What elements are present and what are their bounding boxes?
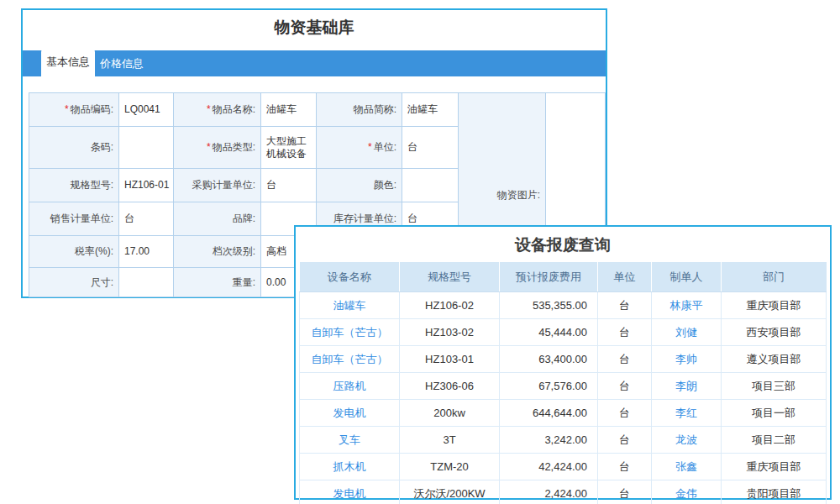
- creator-link[interactable]: 张鑫: [652, 454, 722, 480]
- col-header-unit: 单位: [598, 262, 652, 292]
- unit: 台: [598, 454, 652, 480]
- device-name-link[interactable]: 叉车: [300, 427, 400, 454]
- scrap-cost: 67,576.00: [500, 373, 598, 400]
- form-label-text: 品牌:: [233, 213, 255, 225]
- device-name-link[interactable]: 抓木机: [300, 454, 400, 480]
- department: 遵义项目部: [722, 346, 827, 373]
- form-value-sales-unit: 台: [119, 202, 174, 236]
- scrap-cost: 644,644.00: [500, 400, 598, 427]
- scrap-cost: 42,424.00: [500, 454, 598, 480]
- department: 西安项目部: [722, 319, 827, 346]
- spec-model: HZ106-02: [400, 292, 500, 319]
- required-marker: *: [368, 141, 372, 154]
- department: 贵阳项目部: [722, 480, 827, 504]
- scrap-query-title: 设备报废查询: [296, 234, 830, 256]
- unit: 台: [598, 400, 652, 427]
- form-value-spec-model: HZ106-01: [119, 169, 174, 202]
- form-value-tax-rate: 17.00: [119, 236, 174, 268]
- form-label-text: 重量:: [233, 276, 255, 289]
- form-label-grade-level: 档次级别:: [174, 236, 261, 268]
- department: 项目三部: [722, 373, 827, 400]
- form-label-text: 库存计量单位:: [333, 213, 396, 225]
- tab-price-info[interactable]: 价格信息: [95, 50, 149, 76]
- scrap-table: 设备名称 规格型号 预计报废费用 单位 制单人 部门 油罐车HZ106-0253…: [299, 262, 827, 504]
- department: 重庆项目部: [722, 292, 827, 319]
- spec-model: 3T: [400, 427, 500, 454]
- table-row: 压路机HZ306-0667,576.00台李朗项目三部: [300, 373, 827, 400]
- table-row: 自卸车（芒古）HZ103-0245,444.00台刘健西安项目部: [300, 319, 827, 346]
- form-value-item-short-name: 油罐车: [402, 93, 459, 127]
- form-value-unit: 台: [402, 127, 459, 169]
- form-label-text: 规格型号:: [71, 179, 113, 192]
- table-row: 发电机200kw644,644.00台李红项目一部: [300, 400, 827, 427]
- department: 项目二部: [722, 427, 827, 454]
- form-label-text: 物品编码:: [71, 103, 113, 116]
- form-label-text: 单位:: [374, 141, 396, 154]
- form-label-text: 条码:: [91, 141, 113, 154]
- unit: 台: [598, 346, 652, 373]
- form-value-item-name: 油罐车: [261, 93, 317, 127]
- device-name-link[interactable]: 自卸车（芒古）: [300, 346, 400, 373]
- form-label-purchase-unit: 采购计量单位:: [174, 169, 261, 202]
- col-header-scrap-cost: 预计报废费用: [500, 262, 598, 292]
- device-name-link[interactable]: 发电机: [300, 480, 400, 504]
- unit: 台: [598, 427, 652, 454]
- creator-link[interactable]: 林康平: [652, 292, 722, 319]
- scrap-cost: 2,424.00: [500, 480, 598, 504]
- device-name-link[interactable]: 油罐车: [300, 292, 400, 319]
- form-label-sales-unit: 销售计量单位:: [29, 202, 119, 236]
- tab-basic-info[interactable]: 基本信息: [41, 48, 95, 76]
- form-label-color: 颜色:: [317, 169, 402, 202]
- table-row: 发电机沃尔沃/200KW2,424.00台金伟贵阳项目部: [300, 480, 827, 504]
- creator-link[interactable]: 刘健: [652, 319, 722, 346]
- form-value-purchase-unit: 台: [261, 169, 317, 202]
- form-value-item-code: LQ0041: [119, 93, 174, 127]
- creator-link[interactable]: 金伟: [652, 480, 722, 504]
- form-value-barcode: [119, 127, 174, 169]
- col-header-creator: 制单人: [652, 262, 722, 292]
- table-row: 叉车3T3,242.00台龙波项目二部: [300, 427, 827, 454]
- required-marker: *: [65, 103, 69, 116]
- form-label-unit: *单位:: [317, 127, 402, 169]
- tab-bar: 基本信息 价格信息: [23, 50, 606, 76]
- form-label-tax-rate: 税率(%):: [29, 236, 119, 268]
- form-label-text: 销售计量单位:: [50, 213, 113, 225]
- form-label-text: 物品名称:: [213, 103, 255, 116]
- form-label-text: 采购计量单位:: [192, 179, 255, 192]
- form-label-item-name: *物品名称:: [174, 93, 261, 127]
- col-header-device-name: 设备名称: [300, 262, 400, 292]
- creator-link[interactable]: 李朗: [652, 373, 722, 400]
- table-row: 油罐车HZ106-02535,355.00台林康平重庆项目部: [300, 292, 827, 319]
- form-label-barcode: 条码:: [29, 127, 119, 169]
- creator-link[interactable]: 李帅: [652, 346, 722, 373]
- table-row: 自卸车（芒古）HZ103-0163,400.00台李帅遵义项目部: [300, 346, 827, 373]
- department: 重庆项目部: [722, 454, 827, 480]
- device-name-link[interactable]: 发电机: [300, 400, 400, 427]
- required-marker: *: [207, 141, 211, 154]
- table-header-row: 设备名称 规格型号 预计报废费用 单位 制单人 部门: [300, 262, 827, 292]
- unit: 台: [598, 319, 652, 346]
- scrap-query-window: 设备报废查询 设备名称 规格型号 预计报废费用 单位 制单人 部门 油罐车HZ1…: [294, 225, 832, 500]
- required-marker: *: [207, 103, 211, 116]
- col-header-spec-model: 规格型号: [400, 262, 500, 292]
- creator-link[interactable]: 李红: [652, 400, 722, 427]
- scrap-cost: 535,355.00: [500, 292, 598, 319]
- unit: 台: [598, 292, 652, 319]
- col-header-department: 部门: [722, 262, 827, 292]
- form-label-spec-model: 规格型号:: [29, 169, 119, 202]
- form-label-text: 尺寸:: [91, 276, 113, 289]
- form-label-item-short-name: 物品简称:: [317, 93, 402, 127]
- spec-model: HZ306-06: [400, 373, 500, 400]
- device-name-link[interactable]: 自卸车（芒古）: [300, 319, 400, 346]
- table-row: 抓木机TZM-2042,424.00台张鑫重庆项目部: [300, 454, 827, 480]
- scrap-cost: 63,400.00: [500, 346, 598, 373]
- form-value-item-type: 大型施工机械设备: [261, 127, 317, 169]
- scrap-cost: 45,444.00: [500, 319, 598, 346]
- device-name-link[interactable]: 压路机: [300, 373, 400, 400]
- form-label-text: 物品类型:: [213, 141, 255, 154]
- form-label-text: 税率(%):: [75, 245, 113, 258]
- creator-link[interactable]: 龙波: [652, 427, 722, 454]
- form-label-weight: 重量:: [174, 268, 261, 297]
- form-label-dimensions: 尺寸:: [29, 268, 119, 297]
- department: 项目一部: [722, 400, 827, 427]
